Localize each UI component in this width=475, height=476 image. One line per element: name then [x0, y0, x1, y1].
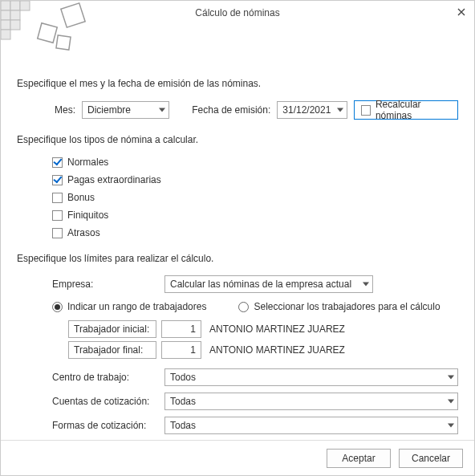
chevron-down-icon	[448, 424, 454, 428]
mes-label: Mes:	[39, 104, 75, 116]
checkbox-icon[interactable]	[52, 210, 63, 221]
fecha-select[interactable]: 31/12/2021	[277, 101, 347, 119]
section2-label: Especifique los tipos de nómina a calcul…	[17, 134, 458, 145]
checkbox-pagas-extraordinarias[interactable]: Pagas extraordinarias	[52, 174, 458, 185]
mes-value: Diciembre	[87, 104, 131, 116]
checkbox-finiquitos[interactable]: Finiquitos	[52, 210, 458, 221]
checkbox-icon[interactable]	[52, 193, 63, 203]
checkbox-label: Atrasos	[67, 227, 100, 238]
checkbox-label: Pagas extraordinarias	[67, 174, 161, 185]
trabajador-inicial-label: Trabajador inicial:	[68, 320, 156, 338]
section1-label: Especifique el mes y la fecha de emisión…	[17, 78, 458, 89]
fecha-value: 31/12/2021	[282, 104, 331, 116]
section3-label: Especifique los límites para realizar el…	[17, 253, 458, 264]
trabajador-inicial-name: ANTONIO MARTINEZ JUAREZ	[209, 323, 345, 335]
checkbox-bonus[interactable]: Bonus	[52, 192, 458, 203]
checkbox-normales[interactable]: Normales	[52, 157, 458, 168]
cuentas-cotizacion-value: Todas	[170, 396, 196, 407]
dialog-title: Cálculo de nóminas	[195, 7, 279, 18]
checkbox-label: Bonus	[67, 192, 95, 203]
checkbox-icon[interactable]	[52, 175, 63, 185]
chevron-down-icon	[363, 283, 369, 287]
recalcular-checkbox-container[interactable]: Recalcular nóminas	[354, 100, 458, 120]
radio-seleccionar-trabajadores[interactable]: Seleccionar los trabajadores para el cál…	[238, 301, 440, 312]
radio-label: Seleccionar los trabajadores para el cál…	[254, 301, 440, 312]
radio-icon[interactable]	[238, 302, 249, 312]
cuentas-cotizacion-select[interactable]: Todas	[164, 393, 458, 410]
radio-icon[interactable]	[52, 302, 63, 312]
chevron-down-icon	[337, 108, 343, 112]
mes-select[interactable]: Diciembre	[82, 101, 169, 119]
formas-cotizacion-label: Formas de cotización:	[52, 420, 164, 431]
fecha-label: Fecha de emisión:	[184, 104, 270, 116]
centro-trabajo-value: Todos	[170, 372, 196, 383]
radio-rango-trabajadores[interactable]: Indicar un rango de trabajadores	[52, 301, 206, 312]
chevron-down-icon	[159, 108, 165, 112]
trabajador-final-label: Trabajador final:	[68, 341, 156, 359]
centro-trabajo-label: Centro de trabajo:	[52, 372, 164, 383]
checkbox-label: Finiquitos	[67, 210, 108, 221]
checkbox-icon[interactable]	[52, 228, 63, 238]
recalcular-label: Recalcular nóminas	[376, 99, 451, 121]
formas-cotizacion-value: Todas	[170, 420, 196, 431]
chevron-down-icon	[448, 376, 454, 380]
trabajador-final-num[interactable]: 1	[161, 341, 201, 359]
empresa-select[interactable]: Calcular las nóminas de la empresa actua…	[164, 275, 373, 293]
cancelar-button[interactable]: Cancelar	[399, 449, 463, 468]
radio-label: Indicar un rango de trabajadores	[67, 301, 206, 312]
cuentas-cotizacion-label: Cuentas de cotización:	[52, 396, 164, 407]
checkbox-icon[interactable]	[52, 157, 63, 168]
close-icon[interactable]	[455, 6, 468, 18]
aceptar-button[interactable]: Aceptar	[327, 449, 391, 468]
checkbox-atrasos[interactable]: Atrasos	[52, 227, 458, 238]
empresa-value: Calcular las nóminas de la empresa actua…	[170, 279, 351, 290]
formas-cotizacion-select[interactable]: Todas	[164, 417, 458, 434]
checkbox-label: Normales	[67, 157, 108, 168]
empresa-label: Empresa:	[52, 279, 164, 290]
trabajador-inicial-num[interactable]: 1	[161, 320, 201, 338]
recalcular-checkbox[interactable]	[361, 105, 371, 116]
chevron-down-icon	[448, 400, 454, 404]
centro-trabajo-select[interactable]: Todos	[164, 368, 458, 386]
trabajador-final-name: ANTONIO MARTINEZ JUAREZ	[209, 344, 345, 356]
